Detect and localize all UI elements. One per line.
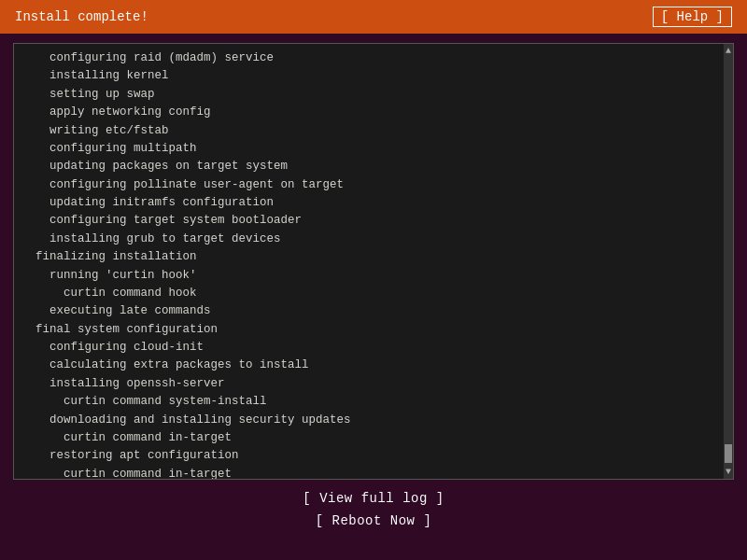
reboot-now-button[interactable]: [ Reboot Now ] (316, 511, 432, 530)
scrollbar-up-arrow[interactable]: ▲ (726, 44, 731, 58)
scrollbar[interactable]: ▲ ▼ (724, 44, 733, 479)
top-bar-title: Install complete! (15, 9, 148, 24)
log-panel: configuring raid (mdadm) service install… (13, 43, 734, 480)
scrollbar-thumb[interactable] (725, 444, 732, 463)
help-button[interactable]: [ Help ] (653, 7, 732, 27)
view-full-log-button[interactable]: [ View full log ] (303, 489, 444, 508)
top-bar: Install complete! [ Help ] (0, 0, 747, 34)
scrollbar-down-arrow[interactable]: ▼ (726, 465, 731, 479)
bottom-buttons: [ View full log ] [ Reboot Now ] (0, 489, 747, 530)
log-output: configuring raid (mdadm) service install… (14, 44, 733, 479)
